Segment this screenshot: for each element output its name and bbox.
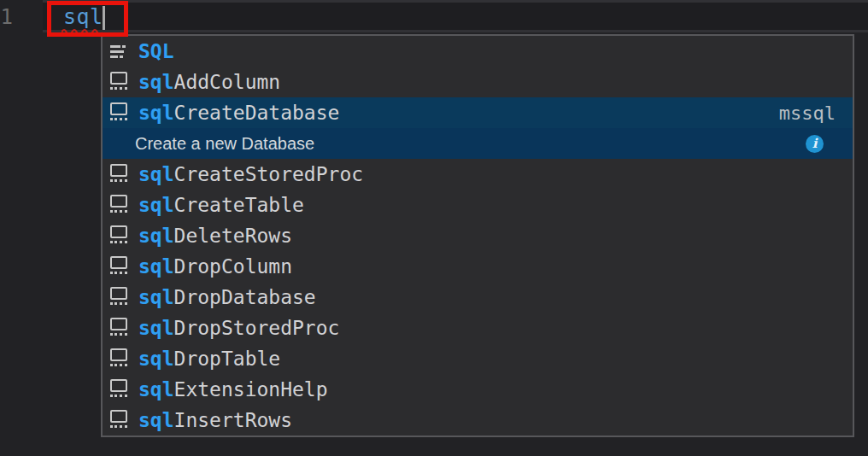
- suggestion-match-text: sql: [138, 194, 174, 216]
- suggestion-item[interactable]: sqlInsertRows: [103, 405, 853, 436]
- suggestion-rest-text: DropStoredProc: [174, 317, 340, 339]
- snippet-icon: [110, 72, 127, 92]
- suggestion-item[interactable]: sqlCreateStoredProc: [103, 159, 853, 190]
- suggestion-match-text: SQL: [138, 40, 174, 62]
- snippet-icon: [110, 164, 127, 184]
- suggestion-rest-text: DropTable: [174, 348, 281, 370]
- suggestion-documentation: Create a new Database i: [103, 128, 853, 159]
- suggestion-detail: mssql: [779, 102, 836, 124]
- suggestion-match-text: sql: [138, 409, 174, 431]
- suggestion-match-text: sql: [138, 348, 174, 370]
- suggestion-rest-text: DeleteRows: [174, 225, 292, 247]
- suggestion-item[interactable]: sqlAddColumn: [103, 67, 853, 97]
- snippet-icon: [110, 195, 127, 215]
- suggestion-rest-text: DropDatabase: [174, 286, 316, 308]
- current-line-highlight: [43, 0, 868, 32]
- suggestion-item[interactable]: sqlExtensionHelp: [103, 374, 853, 405]
- snippet-icon: [110, 102, 127, 123]
- snippet-icon: [110, 379, 127, 400]
- suggestion-match-text: sql: [138, 71, 174, 93]
- code-editor: 1 sql SQL sqlAddColumn sqlCreateDatabase…: [0, 0, 868, 456]
- snippet-icon: [110, 410, 127, 430]
- suggestion-match-text: sql: [138, 225, 174, 247]
- suggestion-match-text: sql: [138, 286, 174, 308]
- suggestion-match-text: sql: [138, 163, 174, 185]
- text-completion-icon: [110, 41, 127, 61]
- suggestion-match-text: sql: [138, 317, 174, 339]
- suggestion-item[interactable]: sqlCreateTable: [103, 190, 853, 220]
- snippet-icon: [110, 348, 127, 369]
- line-number: 1: [0, 5, 13, 29]
- annotation-highlight-box: [47, 1, 128, 37]
- suggestion-item[interactable]: sqlDropStoredProc: [103, 313, 853, 343]
- suggestion-item[interactable]: sqlDropDatabase: [103, 282, 853, 313]
- suggestion-rest-text: CreateStoredProc: [174, 163, 364, 185]
- snippet-icon: [110, 225, 127, 246]
- snippet-icon: [110, 287, 127, 307]
- suggestion-item[interactable]: SQL: [103, 36, 853, 67]
- suggestion-item[interactable]: sqlDeleteRows: [103, 220, 853, 251]
- suggest-widget: SQL sqlAddColumn sqlCreateDatabase mssql…: [101, 34, 854, 437]
- suggestion-match-text: sql: [138, 255, 174, 278]
- suggestion-rest-text: CreateTable: [174, 194, 304, 216]
- suggestion-rest-text: DropColumn: [174, 255, 292, 278]
- documentation-text: Create a new Database: [135, 134, 314, 154]
- snippet-icon: [110, 256, 127, 277]
- suggestion-rest-text: ExtensionHelp: [174, 378, 328, 400]
- suggestion-rest-text: InsertRows: [174, 409, 292, 431]
- suggestion-rest-text: CreateDatabase: [174, 102, 340, 124]
- suggestion-item[interactable]: sqlDropColumn: [103, 251, 853, 282]
- suggestion-match-text: sql: [138, 378, 174, 400]
- suggestion-match-text: sql: [138, 102, 174, 124]
- suggestion-rest-text: AddColumn: [174, 71, 281, 93]
- suggestion-item[interactable]: sqlCreateDatabase mssql: [103, 97, 853, 128]
- suggestion-item[interactable]: sqlDropTable: [103, 343, 853, 374]
- info-icon[interactable]: i: [806, 135, 824, 153]
- snippet-icon: [110, 318, 127, 338]
